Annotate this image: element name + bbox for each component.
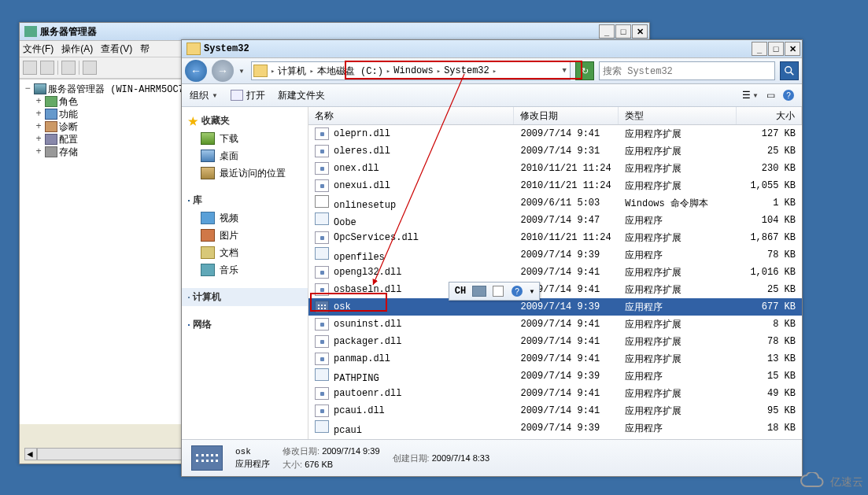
svg-line-1 [791,72,794,76]
navigation-pane[interactable]: ★收藏夹 下载 桌面 最近访问的位置 库 视频 图片 文档 音乐 计算机 网络 [182,107,308,439]
maximize-button[interactable]: □ [768,42,784,56]
file-row[interactable]: oleprn.dll2009/7/14 9:41应用程序扩展127 KB [308,125,802,142]
view-menu[interactable]: ☰▼ [742,90,759,101]
libraries-header[interactable]: 库 [182,191,308,209]
file-icon [315,420,329,433]
file-row[interactable]: oleres.dll2009/7/14 9:31应用程序扩展25 KB [308,142,802,160]
column-headers[interactable]: 名称 修改日期 类型 大小 [308,107,802,125]
col-date[interactable]: 修改日期 [514,107,619,124]
file-row[interactable]: onlinesetup2009/6/11 5:03Windows 命令脚本1 K… [308,194,802,212]
explorer-window: System32 _ □ ✕ ← → ▼ ▸ 计算机▸ 本地磁盘 (C:)▸ W… [181,39,803,477]
menu-file[interactable]: 文件(F) [23,42,54,56]
file-row[interactable]: onexui.dll2010/11/21 11:24应用程序扩展1,055 KB [308,177,802,194]
minimize-button[interactable]: _ [752,42,767,56]
back-button[interactable]: ← [185,60,207,82]
explorer-titlebar[interactable]: System32 _ □ ✕ [182,40,802,58]
diagnostics-icon [45,121,57,132]
search-button[interactable] [780,61,799,80]
ime-help-button[interactable]: ? [509,285,525,297]
preview-pane-button[interactable]: ▭ [766,90,775,101]
tree-root[interactable]: 服务器管理器 (WIN-AHRM5OC7AO [48,83,195,96]
nav-recent[interactable]: 最近访问的位置 [182,164,308,182]
newfolder-button[interactable]: 新建文件夹 [278,89,325,102]
desktop-icon [201,150,215,162]
help-icon: ? [512,286,523,297]
forward-button[interactable]: → [212,60,234,82]
file-row[interactable]: onex.dll2010/11/21 11:24应用程序扩展230 KB [308,160,802,177]
file-icon [315,301,329,313]
favorites-header[interactable]: ★收藏夹 [182,112,308,130]
computer-icon [188,297,190,298]
tree-diagnostics[interactable]: 诊断 [59,120,78,134]
crumb-drive[interactable]: 本地磁盘 (C:) [316,65,385,78]
help-icon[interactable] [83,61,97,75]
file-row[interactable]: pcaui2009/7/14 9:39应用程序18 KB [308,419,802,437]
nav-videos[interactable]: 视频 [182,209,308,227]
address-bar[interactable]: ▸ 计算机▸ 本地磁盘 (C:)▸ Windows▸ System32▸ ▼ [251,61,571,80]
file-row[interactable]: osk2009/7/14 9:39应用程序677 KB [308,298,802,316]
file-icon [315,247,329,260]
nav-pictures[interactable]: 图片 [182,227,308,244]
folder-icon [187,42,201,55]
file-row[interactable]: PATHPING2009/7/14 9:39应用程序15 KB [308,368,802,385]
file-icon [315,127,329,140]
crumb-windows[interactable]: Windows [392,65,434,76]
language-bar[interactable]: CH ? ▼ [449,282,540,301]
server-manager-title: 服务器管理器 [40,25,97,39]
details-modified: 2009/7/14 9:39 [322,446,379,456]
file-row[interactable]: opengl32.dll2009/7/14 9:41应用程序扩展1,016 KB [308,264,802,281]
ime-button-1[interactable] [471,285,487,297]
menu-view[interactable]: 查看(V) [101,42,132,56]
nav-music[interactable]: 音乐 [182,261,308,279]
picture-icon [201,229,215,242]
file-row[interactable]: pautoenr.dll2009/7/14 9:41应用程序扩展49 KB [308,385,802,402]
file-row[interactable]: packager.dll2009/7/14 9:41应用程序扩展78 KB [308,333,802,350]
open-icon [231,90,243,101]
ime-button-2[interactable] [490,285,506,297]
file-row[interactable]: pcaui.dll2009/7/14 9:41应用程序扩展95 KB [308,402,802,419]
history-dropdown[interactable]: ▼ [238,68,246,75]
tree-storage[interactable]: 存储 [59,146,78,159]
col-name[interactable]: 名称 [308,107,514,124]
menu-help[interactable]: 帮 [140,42,150,56]
crumb-computer[interactable]: 计算机 [276,65,308,78]
maximize-button[interactable]: □ [615,24,631,39]
col-type[interactable]: 类型 [619,107,737,124]
file-row[interactable]: openfiles2009/7/14 9:39应用程序78 KB [308,246,802,264]
tree-configuration[interactable]: 配置 [59,133,78,146]
menu-action[interactable]: 操作(A) [61,42,93,56]
close-button[interactable]: ✕ [632,24,648,39]
file-row[interactable]: osuninst.dll2009/7/14 9:41应用程序扩展8 KB [308,316,802,333]
close-button[interactable]: ✕ [785,42,800,56]
help-button[interactable]: ? [783,90,794,101]
organize-menu[interactable]: 组织▼ [190,89,218,102]
crumb-system32[interactable]: System32 [442,65,491,76]
open-button[interactable]: 打开 [231,89,265,102]
computer-header[interactable]: 计算机 [182,288,308,306]
server-manager-titlebar[interactable]: 服务器管理器 _ □ ✕ [20,23,649,41]
network-header[interactable]: 网络 [182,316,308,334]
file-row[interactable]: osbaseln.dll2009/7/14 9:41应用程序扩展25 KB [308,281,802,298]
tree-features[interactable]: 功能 [59,108,78,121]
nav-downloads[interactable]: 下载 [182,130,308,147]
file-list[interactable]: oleprn.dll2009/7/14 9:41应用程序扩展127 KBoler… [308,125,802,439]
search-input[interactable]: 搜索 System32 [599,61,775,80]
refresh-button[interactable]: ↻ [575,61,594,80]
toolbar-icon[interactable] [61,61,76,75]
ime-dropdown[interactable]: ▼ [528,285,536,297]
col-size[interactable]: 大小 [737,107,802,124]
nav-desktop[interactable]: 桌面 [182,147,308,164]
file-icon [315,266,329,279]
osk-icon [191,445,223,471]
minimize-button[interactable]: _ [599,24,615,39]
ime-indicator[interactable]: CH [452,285,468,297]
watermark: 亿速云 [799,472,863,492]
file-row[interactable]: Oobe2009/7/14 9:47应用程序104 KB [308,212,802,229]
address-dropdown[interactable]: ▼ [561,67,568,75]
file-row[interactable]: panmap.dll2009/7/14 9:41应用程序扩展13 KB [308,350,802,368]
tree-roles[interactable]: 角色 [59,95,78,109]
nav-documents[interactable]: 文档 [182,244,308,261]
back-icon[interactable] [23,61,37,75]
file-row[interactable]: OpcServices.dll2010/11/21 11:24应用程序扩展1,8… [308,229,802,246]
forward-icon[interactable] [40,61,54,75]
